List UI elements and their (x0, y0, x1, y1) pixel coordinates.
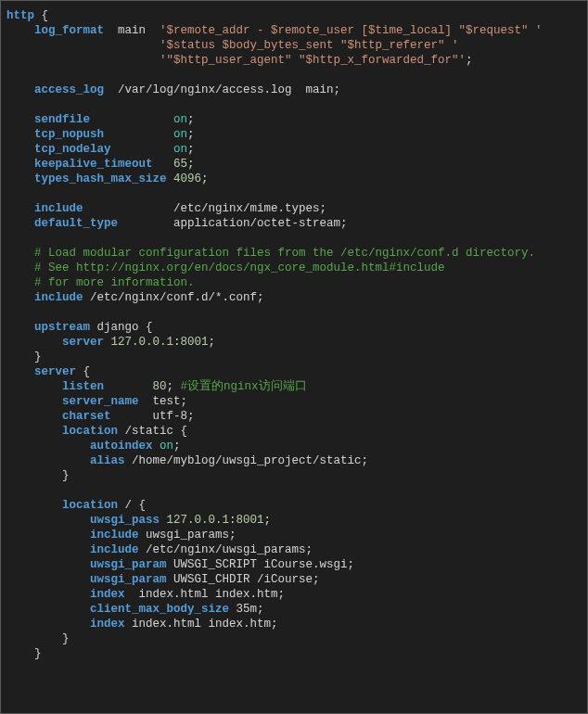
kw-http: http (6, 9, 34, 22)
code-block: http { log_format main '$remote_addr - $… (1, 1, 587, 669)
